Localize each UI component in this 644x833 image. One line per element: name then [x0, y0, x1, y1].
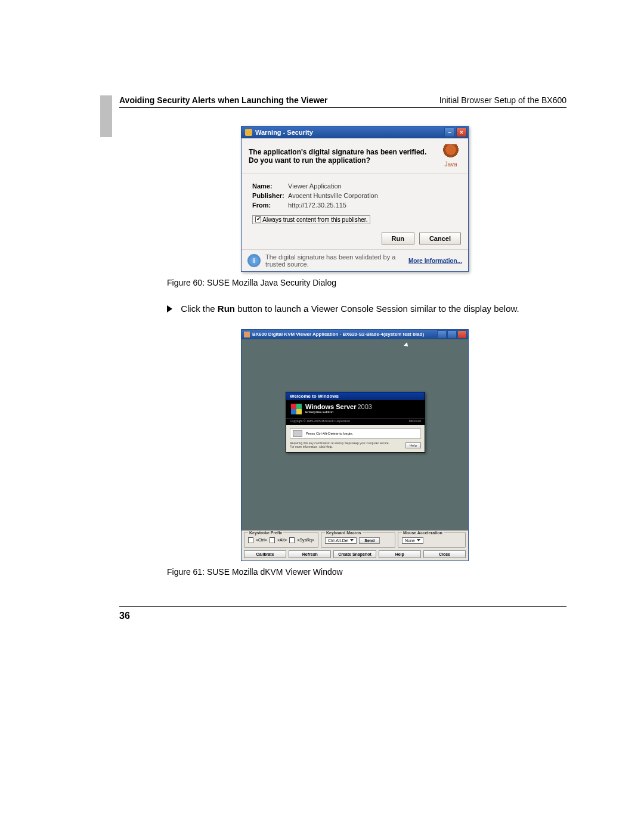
publisher-label: Publisher:	[252, 192, 288, 199]
mouse-accel-panel: Mouse Acceleration None	[398, 532, 466, 548]
instruction-paragraph: Click the Run button to launch a Viewer …	[167, 303, 566, 315]
welcome-titlebar: Welcome to Windows	[286, 392, 425, 400]
run-button[interactable]: Run	[382, 233, 414, 244]
name-label: Name:	[252, 182, 288, 190]
keyboard-macros-label: Keyboard Macros	[325, 531, 363, 535]
keystroke-prefix-panel: Keystroke Prefix <Ctrl> <Alt> <SysRq>	[244, 532, 318, 548]
java-cup-icon	[443, 144, 459, 160]
page-number: 36	[119, 606, 566, 621]
close-button[interactable]: ×	[456, 128, 467, 137]
java-security-dialog: Warning - Security – × The application's…	[241, 126, 469, 272]
product-name-text: Windows Server	[305, 403, 356, 410]
remote-screen[interactable]: Welcome to Windows Windows Server2003 En…	[242, 339, 468, 530]
running-header: Avoiding Security Alerts when Launching …	[119, 95, 566, 108]
macro-dropdown[interactable]: Ctrl-Alt-Del	[325, 537, 357, 544]
macro-value: Ctrl-Alt-Del	[328, 538, 348, 543]
warning-icon	[245, 129, 252, 136]
windows-flag-icon	[291, 404, 302, 414]
sysrq-checkbox[interactable]	[289, 537, 295, 543]
welcome-dialog: Welcome to Windows Windows Server2003 En…	[286, 392, 425, 453]
kvm-close-button[interactable]	[457, 330, 467, 339]
name-value: Viewer Application	[288, 182, 342, 190]
para-bold: Run	[218, 304, 235, 314]
header-section-title: Avoiding Security Alerts when Launching …	[119, 95, 328, 105]
send-button[interactable]: Send	[359, 537, 380, 544]
para-pre: Click the	[181, 304, 218, 314]
figure60-caption: Figure 60: SUSE Mozilla Java Security Di…	[167, 278, 336, 287]
para-post: button to launch a Viewer Console Sessio…	[235, 304, 519, 314]
kvm-maximize-button[interactable]	[447, 330, 457, 339]
from-value: http://172.30.25.115	[288, 202, 346, 209]
keyboard-icon	[293, 430, 302, 437]
info-icon: i	[247, 254, 261, 267]
chevron-down-icon	[350, 539, 354, 541]
java-logo: Java	[441, 144, 461, 168]
kvm-title-text: BX600 Digital KVM Viewer Application - B…	[252, 332, 424, 337]
press-message: Press Ctrl-Alt-Delete to begin.	[306, 432, 353, 435]
alt-label: <Alt>	[277, 538, 287, 542]
ctrl-label: <Ctrl>	[256, 538, 267, 542]
product-year: 2003	[357, 403, 371, 410]
always-trust-checkbox[interactable]: ✔ Always trust content from this publish…	[252, 215, 370, 224]
close-viewer-button[interactable]: Close	[423, 550, 466, 558]
kvm-minimize-button[interactable]	[437, 330, 447, 339]
app-icon	[244, 332, 250, 337]
product-edition: Enterprise Edition	[305, 410, 372, 414]
figure61-caption: Figure 61: SUSE Mozilla dKVM Viewer Wind…	[167, 567, 343, 577]
publisher-value: Avocent Huntsville Corporation	[288, 192, 378, 199]
more-information-link[interactable]: More Information...	[408, 258, 462, 264]
dialog-title-text: Warning - Security	[255, 129, 313, 136]
mouse-dropdown[interactable]: None	[402, 537, 423, 544]
kvm-viewer-window: BX600 Digital KVM Viewer Application - B…	[241, 329, 469, 561]
product-name: Windows Server2003 Enterprise Edition	[305, 404, 372, 414]
dialog-message: The application's digital signature has …	[249, 148, 441, 165]
key-combo-message: Requiring this key combination at startu…	[290, 441, 391, 448]
minimize-button[interactable]: –	[444, 128, 455, 137]
ctrl-checkbox[interactable]	[248, 537, 253, 543]
chevron-down-icon	[417, 539, 420, 541]
java-logo-text: Java	[441, 161, 461, 168]
mouse-value: None	[405, 538, 415, 543]
footer-text: The digital signature has been validated…	[265, 253, 404, 268]
calibrate-button[interactable]: Calibrate	[244, 550, 286, 558]
alt-checkbox[interactable]	[270, 537, 275, 543]
cancel-button[interactable]: Cancel	[419, 233, 461, 244]
always-trust-label: Always trust content from this publisher…	[262, 216, 367, 223]
page-side-tab	[100, 95, 112, 137]
welcome-help-button[interactable]: Help	[405, 442, 421, 448]
keystroke-prefix-label: Keystroke Prefix	[248, 531, 283, 535]
from-label: From:	[252, 202, 288, 209]
copyright-text: Copyright © 1985-2005 Microsoft Corporat…	[290, 419, 350, 423]
microsoft-text: Microsoft	[409, 419, 421, 423]
header-chapter-title: Initial Browser Setup of the BX600	[439, 95, 566, 105]
mouse-accel-label: Mouse Acceleration	[402, 531, 444, 535]
snapshot-button[interactable]: Create Snapshot	[333, 550, 376, 558]
sysrq-label: <SysRq>	[297, 538, 314, 542]
kvm-titlebar: BX600 Digital KVM Viewer Application - B…	[242, 330, 468, 339]
bullet-triangle-icon	[167, 305, 172, 312]
cursor-icon	[404, 342, 410, 348]
dialog-titlebar: Warning - Security – ×	[242, 126, 468, 138]
help-button[interactable]: Help	[379, 550, 421, 558]
refresh-button[interactable]: Refresh	[289, 550, 331, 558]
keyboard-macros-panel: Keyboard Macros Ctrl-Alt-Del Send	[321, 532, 395, 548]
